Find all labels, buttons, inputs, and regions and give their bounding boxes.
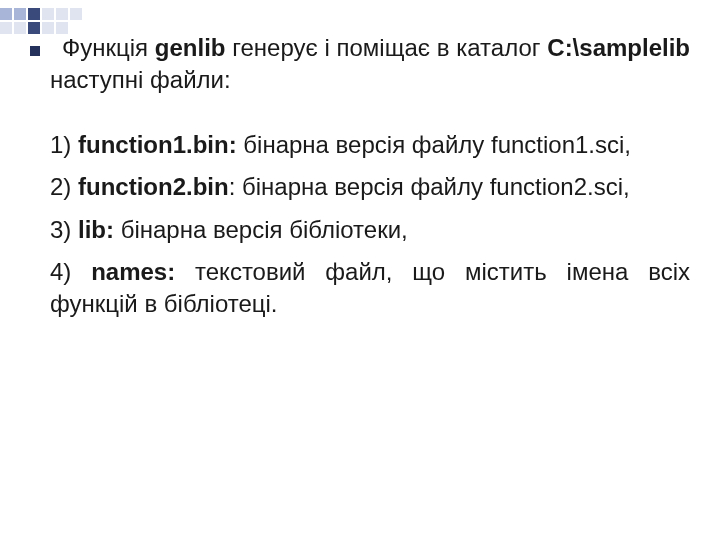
body-text: Функція genlib генерує і поміщає в катал… <box>50 32 690 331</box>
corner-decoration <box>0 0 150 30</box>
slide: Функція genlib генерує і поміщає в катал… <box>0 0 720 540</box>
item-name: function2.bin <box>78 173 229 200</box>
spacer <box>50 111 690 129</box>
list-item: 2) function2.bin: бінарна версія файлу f… <box>50 171 690 203</box>
item-name: names: <box>91 258 175 285</box>
deco-square <box>56 8 68 20</box>
list-item: 4) names: текстовий файл, що містить іме… <box>50 256 690 321</box>
list-item: 3) lib: бінарна версія бібліотеки, <box>50 214 690 246</box>
item-name: function1.bin: <box>78 131 237 158</box>
list-item: 1) function1.bin: бінарна версія файлу f… <box>50 129 690 161</box>
deco-square <box>28 22 40 34</box>
path-keyword: C:\samplelib <box>547 34 690 61</box>
deco-square <box>14 8 26 20</box>
deco-square <box>28 8 40 20</box>
genlib-keyword: genlib <box>155 34 226 61</box>
deco-square <box>0 8 12 20</box>
intro-paragraph: Функція genlib генерує і поміщає в катал… <box>50 32 690 97</box>
item-number: 1) <box>50 131 78 158</box>
deco-square <box>42 8 54 20</box>
deco-square <box>14 22 26 34</box>
text: Функція <box>62 34 155 61</box>
bullet-icon <box>30 46 40 56</box>
item-desc: : бінарна версія файлу function2.sci, <box>229 173 630 200</box>
text: генерує і поміщає в каталог <box>225 34 547 61</box>
item-number: 2) <box>50 173 78 200</box>
item-desc: бінарна версія файлу function1.sci, <box>237 131 631 158</box>
text: наступні файли: <box>50 66 231 93</box>
item-desc: бінарна версія бібліотеки, <box>114 216 408 243</box>
item-number: 3) <box>50 216 78 243</box>
deco-square <box>70 8 82 20</box>
item-number: 4) <box>50 258 91 285</box>
deco-square <box>0 22 12 34</box>
item-name: lib: <box>78 216 114 243</box>
